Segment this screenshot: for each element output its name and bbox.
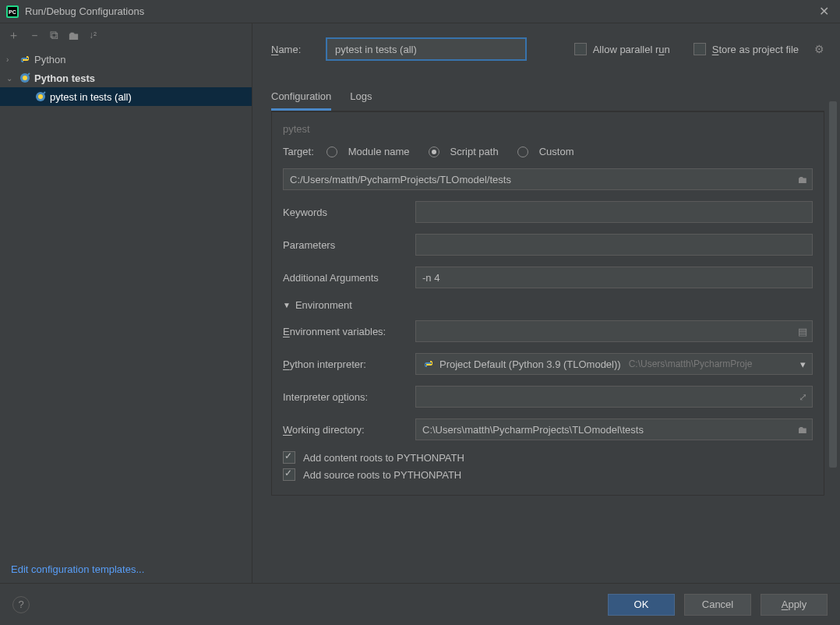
remove-icon[interactable]: － [29, 28, 41, 43]
source-roots-checkbox[interactable] [283, 468, 295, 481]
allow-parallel-label: Allow parallel run [593, 44, 670, 55]
close-icon[interactable]: ✕ [814, 4, 834, 19]
gear-icon[interactable]: ⚙ [814, 43, 824, 55]
tree-item-python[interactable]: › Python [0, 50, 252, 69]
apply-button[interactable]: Apply [761, 594, 828, 616]
script-path-value: C:/Users/matth/PycharmProjects/TLOmodel/… [290, 174, 511, 185]
tree-label: pytest in tests (all) [50, 91, 132, 103]
workdir-label: Working directory: [283, 424, 408, 436]
interpreter-path: C:\Users\matth\PycharmProje [629, 358, 753, 369]
triangle-down-icon: ▼ [283, 301, 291, 309]
tree-item-pytest-all[interactable]: pytest in tests (all) [0, 87, 252, 106]
chevron-down-icon: ▾ [800, 358, 806, 370]
workdir-value: C:\Users\matth\PycharmProjects\TLOmodel\… [422, 424, 644, 436]
pycharm-icon [6, 5, 19, 18]
store-as-file-checkbox[interactable] [694, 43, 706, 55]
save-folder-icon[interactable]: 🖿 [68, 29, 79, 42]
sort-icon[interactable]: ↓² [89, 30, 97, 41]
tree-item-python-tests[interactable]: ⌄ Python tests [0, 69, 252, 87]
cancel-button[interactable]: Cancel [684, 594, 751, 616]
addl-args-value: -n 4 [422, 272, 439, 284]
pytest-section-label: pytest [283, 123, 813, 135]
chevron-down-icon: ⌄ [6, 74, 16, 83]
sidebar-toolbar: ＋ － ⧉ 🖿 ↓² [0, 23, 252, 47]
add-icon[interactable]: ＋ [8, 28, 19, 43]
target-script-label: Script path [450, 146, 499, 157]
store-as-file-label: Store as project file [712, 44, 799, 55]
tree-label: Python [34, 54, 65, 65]
addl-args-label: Additional Arguments [283, 272, 408, 284]
tree-label: Python tests [34, 72, 95, 84]
name-input[interactable] [326, 37, 527, 61]
content-roots-label: Add content roots to PYTHONPATH [303, 452, 464, 464]
edit-templates-link[interactable]: Edit configuration templates... [0, 556, 252, 583]
environment-header[interactable]: ▼ Environment [283, 299, 813, 311]
configuration-body: pytest Target: Module name Script path C… [271, 111, 824, 496]
interpreter-label: Python interpreter: [283, 358, 408, 370]
parameters-input[interactable] [415, 234, 813, 256]
parameters-label: Parameters [283, 239, 408, 251]
environment-label: Environment [295, 299, 352, 311]
target-radio-module[interactable] [326, 147, 337, 157]
folder-icon[interactable]: 🖿 [797, 424, 807, 436]
pytest-icon [34, 90, 47, 103]
name-label: Name: [271, 44, 315, 55]
titlebar: Run/Debug Configurations ✕ [0, 0, 840, 23]
tab-configuration[interactable]: Configuration [271, 90, 331, 111]
window-title: Run/Debug Configurations [25, 5, 814, 17]
tabs: Configuration Logs [271, 90, 824, 111]
interpreter-dropdown[interactable]: Project Default (Python 3.9 (TLOmodel)) … [415, 353, 813, 375]
target-label: Target: [283, 146, 314, 157]
script-path-input[interactable]: C:/Users/matth/PycharmProjects/TLOmodel/… [283, 168, 813, 190]
keywords-label: Keywords [283, 207, 408, 218]
interpreter-value: Project Default (Python 3.9 (TLOmodel)) [439, 358, 621, 370]
scrollbar[interactable] [829, 101, 837, 468]
config-tree: › Python ⌄ Python tests pytest in tests … [0, 47, 252, 556]
python-icon [422, 358, 435, 370]
chevron-right-icon: › [6, 55, 16, 64]
copy-icon[interactable]: ⧉ [50, 28, 58, 42]
source-roots-label: Add source roots to PYTHONPATH [303, 469, 461, 481]
allow-parallel-checkbox[interactable] [574, 43, 587, 55]
content-panel: Name: Allow parallel run Store as projec… [252, 23, 840, 583]
target-custom-label: Custom [539, 146, 574, 157]
env-vars-input[interactable]: ▤ [415, 320, 813, 342]
footer: ? OK Cancel Apply [0, 583, 840, 625]
sidebar: ＋ － ⧉ 🖿 ↓² › Python ⌄ Python tests pytes… [0, 23, 252, 583]
expand-icon[interactable]: ⤢ [799, 391, 807, 403]
tab-logs[interactable]: Logs [350, 90, 372, 111]
ok-button[interactable]: OK [608, 594, 675, 616]
target-module-label: Module name [348, 146, 410, 157]
folder-icon[interactable]: 🖿 [797, 174, 807, 185]
interp-opts-label: Interpreter options: [283, 391, 408, 403]
target-radio-script[interactable] [429, 147, 439, 157]
help-button[interactable]: ? [12, 596, 30, 613]
pytest-icon [19, 72, 31, 84]
list-icon[interactable]: ▤ [798, 326, 807, 337]
env-vars-label: Environment variables: [283, 326, 408, 337]
target-radio-custom[interactable] [517, 147, 528, 157]
workdir-input[interactable]: C:\Users\matth\PycharmProjects\TLOmodel\… [415, 418, 813, 440]
content-roots-checkbox[interactable] [283, 451, 295, 464]
python-icon [19, 53, 31, 65]
addl-args-input[interactable]: -n 4 [415, 267, 813, 288]
keywords-input[interactable] [415, 201, 813, 223]
interp-opts-input[interactable]: ⤢ [415, 386, 813, 408]
